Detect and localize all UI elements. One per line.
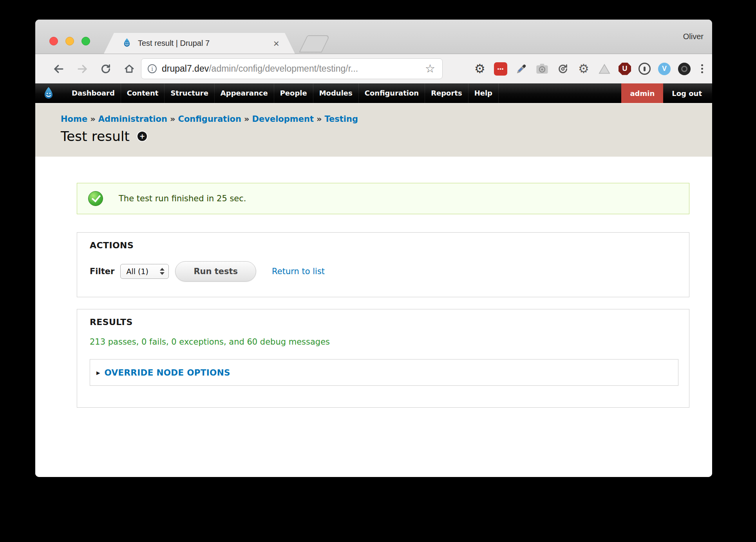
drupal-admin-toolbar: Dashboard Content Structure Appearance P… — [35, 83, 712, 104]
lastpass-extension-icon[interactable]: ••• — [494, 62, 507, 76]
drupal-favicon-icon — [122, 38, 132, 49]
page-content: The test run finished in 25 sec. ACTIONS… — [35, 183, 712, 477]
status-message-text: The test run finished in 25 sec. — [119, 194, 246, 203]
status-message: The test run finished in 25 sec. — [77, 183, 689, 214]
tab-strip: Test result | Drupal 7 × Oliver — [35, 20, 712, 54]
breadcrumb-separator: » — [314, 114, 325, 124]
admin-menu: Dashboard Content Structure Appearance P… — [66, 83, 499, 103]
admin-user-link[interactable]: admin — [621, 83, 663, 103]
url-domain: drupal7.dev — [162, 63, 209, 74]
window-zoom-button[interactable] — [81, 37, 90, 45]
back-icon[interactable] — [52, 63, 65, 75]
camera-extension-icon[interactable] — [535, 62, 549, 76]
overflow-menu-icon[interactable] — [698, 62, 706, 76]
filter-select[interactable]: All (1) — [120, 264, 169, 279]
run-tests-button[interactable]: Run tests — [175, 261, 256, 282]
override-node-options-link[interactable]: OVERRIDE NODE OPTIONS — [105, 368, 230, 378]
page-header: Home»Administration»Configuration»Develo… — [35, 104, 712, 157]
admin-menu-configuration[interactable]: Configuration — [359, 83, 425, 103]
forward-icon[interactable] — [76, 63, 89, 75]
drupal-logo-icon[interactable] — [42, 86, 56, 100]
admin-menu-appearance[interactable]: Appearance — [215, 83, 274, 103]
window-minimize-button[interactable] — [65, 37, 74, 45]
override-node-options-fieldset[interactable]: ▸ OVERRIDE NODE OPTIONS — [90, 359, 678, 386]
address-bar[interactable]: i drupal7.dev/admin/config/development/t… — [141, 58, 443, 79]
admin-menu-modules[interactable]: Modules — [313, 83, 359, 103]
logout-link[interactable]: Log out — [663, 89, 712, 98]
reload-icon[interactable] — [99, 63, 112, 75]
contextual-help-icon[interactable]: + — [137, 132, 147, 141]
filter-select-value: All (1) — [126, 267, 160, 276]
url-text: drupal7.dev/admin/config/development/tes… — [162, 63, 425, 74]
breadcrumb-link-home[interactable]: Home — [61, 114, 87, 124]
admin-menu-reports[interactable]: Reports — [425, 83, 468, 103]
breadcrumb-link-administration[interactable]: Administration — [98, 114, 167, 124]
camera-lens-extension-icon[interactable] — [678, 63, 691, 75]
browser-toolbar: i drupal7.dev/admin/config/development/t… — [35, 54, 712, 83]
window-close-button[interactable] — [49, 37, 58, 45]
actions-legend: ACTIONS — [90, 240, 678, 250]
select-arrows-icon — [160, 268, 165, 275]
desktop-background: Test result | Drupal 7 × Oliver — [0, 0, 756, 542]
navigation-buttons — [52, 54, 136, 83]
page-info-icon[interactable]: i — [148, 64, 157, 73]
keyhole-extension-icon[interactable] — [638, 63, 651, 75]
admin-menu-help[interactable]: Help — [468, 83, 499, 103]
tab-title: Test result | Drupal 7 — [138, 39, 210, 48]
breadcrumb-link-testing[interactable]: Testing — [325, 114, 358, 124]
breadcrumb-separator: » — [87, 114, 98, 124]
breadcrumb-link-configuration[interactable]: Configuration — [178, 114, 241, 124]
breadcrumb-separator: » — [241, 114, 252, 124]
refresh-search-extension-icon[interactable] — [556, 62, 570, 76]
admin-menu-structure[interactable]: Structure — [165, 83, 214, 103]
tab-close-icon[interactable]: × — [273, 38, 279, 49]
gear-blob-extension-icon[interactable]: ⚙ — [577, 62, 590, 76]
drive-extension-icon[interactable] — [598, 62, 611, 76]
admin-menu-dashboard[interactable]: Dashboard — [66, 83, 121, 103]
profile-name[interactable]: Oliver — [683, 32, 704, 41]
title-row: Test result + — [61, 128, 712, 144]
filter-label: Filter — [90, 267, 114, 276]
breadcrumb: Home»Administration»Configuration»Develo… — [61, 104, 712, 124]
extensions-row: ⚙ ••• ⚙ U V — [473, 54, 706, 83]
results-fieldset: RESULTS 213 passes, 0 fails, 0 exception… — [77, 309, 689, 408]
results-summary: 213 passes, 0 fails, 0 exceptions, and 6… — [90, 337, 678, 347]
new-tab-button[interactable] — [299, 35, 330, 52]
eyedropper-extension-icon[interactable] — [515, 62, 528, 76]
window-controls — [49, 37, 90, 45]
actions-row: Filter All (1) Run tests Return to list — [90, 261, 678, 282]
settings-gear-icon[interactable]: ⚙ — [473, 62, 487, 76]
results-legend: RESULTS — [90, 317, 678, 327]
admin-menu-content[interactable]: Content — [121, 83, 165, 103]
breadcrumb-separator: » — [167, 114, 178, 124]
v-extension-icon[interactable]: V — [658, 63, 671, 75]
browser-tab[interactable]: Test result | Drupal 7 × — [104, 33, 295, 54]
admin-menu-people[interactable]: People — [274, 83, 313, 103]
bookmark-star-icon[interactable]: ☆ — [425, 63, 435, 74]
return-to-list-link[interactable]: Return to list — [272, 267, 325, 276]
breadcrumb-link-development[interactable]: Development — [252, 114, 314, 124]
success-check-icon — [88, 191, 103, 206]
actions-fieldset: ACTIONS Filter All (1) Run tests Return … — [77, 232, 689, 297]
ublock-extension-icon[interactable]: U — [619, 63, 631, 75]
browser-window: Test result | Drupal 7 × Oliver — [35, 20, 712, 477]
home-icon[interactable] — [123, 63, 136, 75]
url-path: /admin/config/development/testing/r... — [209, 63, 358, 74]
collapsed-arrow-icon: ▸ — [96, 369, 100, 376]
page-title: Test result — [61, 128, 130, 144]
